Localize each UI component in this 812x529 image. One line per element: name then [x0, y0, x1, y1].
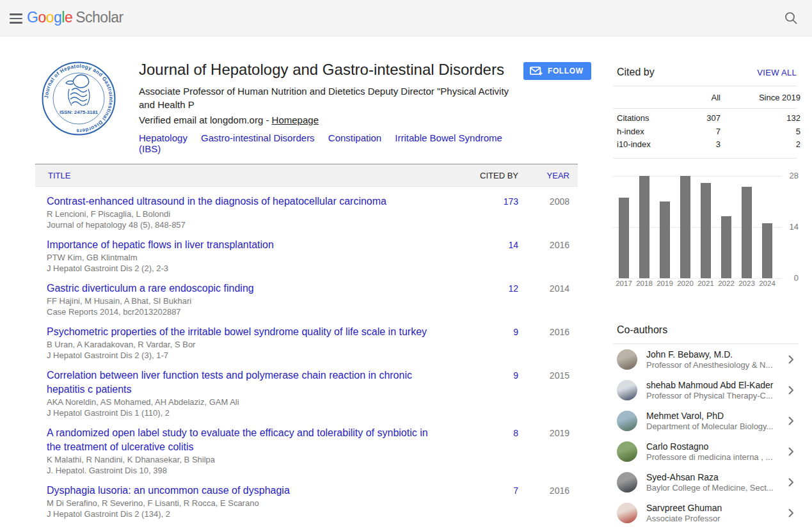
google-scholar-logo[interactable]: GoogleScholar [27, 9, 123, 26]
coauthor-name: Syed-Ahsan Raza [646, 472, 784, 483]
menu-icon[interactable] [10, 13, 22, 24]
coauthor-row[interactable]: Carlo Rostagno Professore di medicina in… [613, 436, 799, 467]
coauthor-description: Department of Molecular Biology... [646, 422, 784, 432]
chart-bar-2024[interactable] [762, 223, 772, 278]
chart-bar-2022[interactable] [721, 216, 731, 278]
i10-index-stat-row: i10-index 3 2 [613, 138, 797, 152]
article-cited-count[interactable]: 14 [458, 238, 518, 250]
coauthor-row[interactable]: shehab Mahmoud Abd El-Kader Professor of… [613, 375, 799, 406]
homepage-link[interactable]: Homepage [272, 114, 319, 125]
article-authors: M Di Serafino, R Severino, F Lisanti, R … [47, 498, 442, 509]
chevron-right-icon[interactable] [784, 478, 797, 487]
column-header-title[interactable]: TITLE [48, 171, 458, 180]
coauthor-avatar [617, 441, 637, 462]
article-cited-count[interactable]: 9 [458, 368, 518, 381]
article-venue: J Hepatol Gastroint Dis 2 (2), 2-3 [47, 263, 442, 274]
coauthor-row[interactable]: John F. Bebawy, M.D. Professor of Anesth… [613, 344, 799, 375]
label-gastro-intestinal-disorders[interactable]: Gastro-intestinal Disorders [201, 132, 315, 143]
coauthor-name: Sarvpreet Ghuman [646, 503, 784, 514]
article-authors: B Uran, A Karadakovan, R Vardar, S Bor [47, 339, 442, 350]
article-venue: J. Hepatol. Gastroint Dis 10, 398 [47, 465, 442, 476]
label-ibs[interactable]: Irritable Bowel Syndrome (IBS) [139, 132, 502, 154]
coauthor-description: Professor of Physical Therapy-C... [646, 391, 784, 401]
x-axis-label: 2022 [716, 280, 736, 287]
chevron-right-icon[interactable] [784, 355, 797, 364]
publications-table-header: TITLE CITED BY YEAR [35, 164, 578, 187]
search-icon[interactable] [784, 12, 798, 25]
label-hepatology[interactable]: Hepatology [139, 132, 187, 143]
article-cited-count[interactable]: 173 [458, 194, 518, 207]
article-title-link[interactable]: Dysphagia lusoria: an uncommon cause of … [47, 484, 442, 498]
journal-logo[interactable]: Journal of Hepatology and Gastrointestin… [41, 61, 116, 136]
article-year: 2015 [518, 368, 569, 381]
coauthor-row[interactable]: Sarvpreet Ghuman Associate Professor [613, 498, 799, 528]
coauthor-description: Baylor College of Medicine, Sect... [646, 483, 784, 493]
article-row: Importance of hepatic flows in liver tra… [35, 230, 578, 274]
chart-bar-2018[interactable] [639, 176, 649, 278]
coauthor-avatar [617, 349, 637, 370]
chart-bar-2023[interactable] [742, 187, 752, 278]
chart-bar-2020[interactable] [680, 176, 690, 278]
coauthors-title: Co-authors [613, 319, 799, 343]
article-cited-count[interactable]: 12 [458, 281, 518, 294]
chevron-right-icon[interactable] [784, 509, 797, 517]
coauthor-description: Associate Professor [646, 514, 784, 524]
y-axis-tick-14: 14 [782, 222, 799, 232]
stat-all-value: 307 [676, 112, 720, 125]
article-authors: FF Hajini, M Husain, A Bhat, SI Bukhari [47, 296, 442, 306]
coauthor-name: shehab Mahmoud Abd El-Kader [646, 380, 784, 391]
article-title-link[interactable]: Psychometric properties of the irritable… [47, 325, 442, 339]
article-title-link[interactable]: Importance of hepatic flows in liver tra… [47, 238, 442, 252]
article-venue: Journal of hepatology 48 (5), 848-857 [47, 219, 442, 230]
chart-bar-2019[interactable] [660, 201, 670, 278]
article-title-link[interactable]: A randomized open label study to evaluat… [47, 426, 442, 454]
interest-labels: Hepatology Gastro-intestinal Disorders C… [139, 132, 523, 154]
follow-button[interactable]: FOLLOW [523, 62, 591, 80]
chart-bar-2021[interactable] [701, 183, 711, 278]
article-title-link[interactable]: Correlation between liver function tests… [47, 368, 442, 397]
article-cited-count[interactable]: 7 [458, 484, 518, 496]
article-authors: AKA Noreldin, AS Mohamed, AH Abdelaziz, … [47, 397, 442, 407]
article-title-link[interactable]: Gastric diverticulum a rare endoscopic f… [47, 281, 442, 296]
article-venue: Case Reports 2014, bcr2013202887 [47, 306, 442, 317]
citations-stat-row: Citations 307 132 [613, 112, 797, 125]
x-axis-label: 2021 [696, 280, 716, 287]
verified-email-line: Verified email at longdom.org - Homepage [139, 113, 523, 127]
article-venue: J Hepatol Gastroint Dis 2 (3), 1-7 [47, 350, 442, 361]
stat-since-value: 2 [720, 138, 800, 152]
view-all-link[interactable]: VIEW ALL [757, 68, 797, 77]
column-header-year[interactable]: YEAR [518, 171, 569, 180]
y-axis-tick-28: 28 [782, 171, 799, 180]
stat-since-value: 5 [720, 125, 800, 139]
article-year: 2019 [518, 426, 569, 438]
article-year: 2014 [518, 281, 569, 294]
article-cited-count[interactable]: 8 [458, 426, 518, 438]
stat-label: Citations [617, 112, 676, 125]
article-venue: J Hepatol Gastroint Dis 2 (134), 2 [47, 509, 442, 519]
chevron-right-icon[interactable] [784, 386, 797, 395]
column-header-cited-by: CITED BY [458, 171, 518, 180]
cited-by-title: Cited by [617, 67, 655, 78]
verified-email-text: Verified email at longdom.org - [139, 114, 272, 125]
chevron-right-icon[interactable] [784, 447, 797, 456]
x-axis-label: 2020 [675, 280, 696, 287]
envelope-plus-icon [530, 67, 543, 76]
stat-since-value: 132 [720, 112, 800, 125]
stat-label: i10-index [617, 138, 676, 152]
chevron-right-icon[interactable] [784, 416, 797, 425]
coauthor-name: Carlo Rostagno [646, 441, 784, 452]
label-constipation[interactable]: Constipation [328, 132, 381, 143]
coauthor-row[interactable]: Mehmet Varol, PhD Department of Molecula… [613, 406, 799, 436]
article-row: Contrast-enhanced ultrasound in the diag… [35, 187, 578, 230]
cited-by-column-headers: All Since 2019 [613, 86, 797, 108]
article-title-link[interactable]: Contrast-enhanced ultrasound in the diag… [47, 194, 442, 209]
article-row: Psychometric properties of the irritable… [35, 317, 578, 361]
y-axis-tick-0: 0 [782, 273, 799, 283]
chart-bar-2017[interactable] [619, 198, 629, 278]
profile-affiliation: Associate Professor of Human Nutrition a… [139, 84, 523, 111]
article-cited-count[interactable]: 9 [458, 325, 518, 337]
stat-all-value: 3 [676, 138, 720, 152]
coauthor-row[interactable]: Syed-Ahsan Raza Baylor College of Medici… [613, 467, 799, 498]
article-venue: J Hepatol Gastroint Dis 1 (110), 2 [47, 407, 442, 418]
coauthor-avatar [617, 380, 637, 400]
